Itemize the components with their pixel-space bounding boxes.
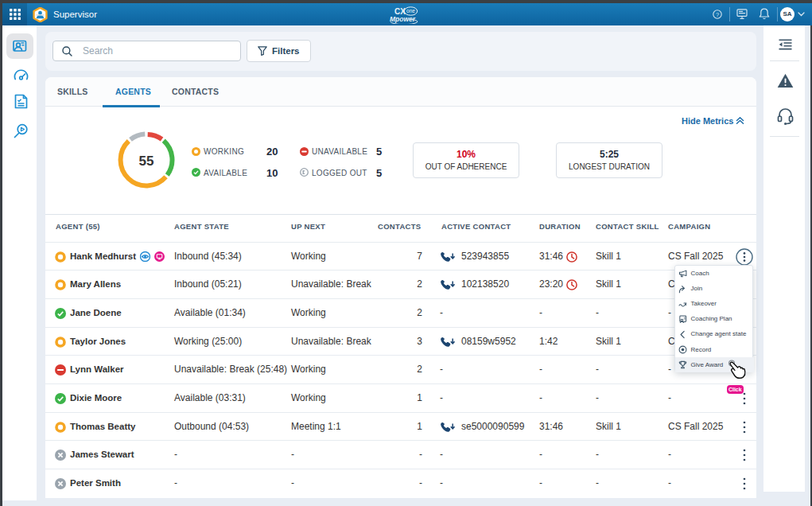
svg-text:55: 55 bbox=[139, 154, 154, 169]
svg-text:?: ? bbox=[716, 10, 719, 18]
svg-text:Mpower: Mpower bbox=[390, 15, 416, 23]
svg-text:one: one bbox=[406, 8, 415, 14]
